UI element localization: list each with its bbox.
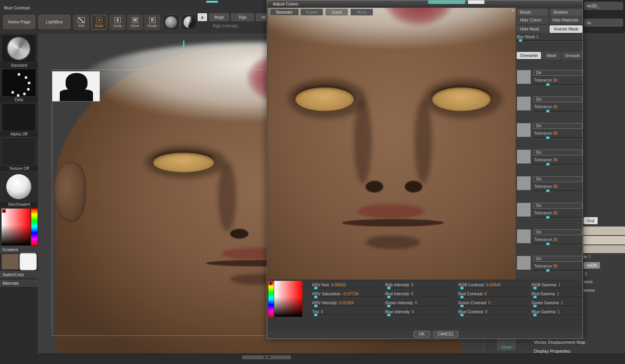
hide-materials-button[interactable]: Hide Materials bbox=[550, 17, 582, 23]
brush-preview-button[interactable] bbox=[162, 14, 180, 30]
rgb-contrast-slider[interactable] bbox=[458, 288, 528, 289]
green-gamma-slider[interactable] bbox=[532, 306, 582, 307]
switchcolor-button[interactable]: SwitchColor bbox=[0, 271, 38, 278]
secondary-color-swatch[interactable] bbox=[20, 253, 37, 270]
rotate-button[interactable]: R Rotate bbox=[145, 15, 160, 30]
blue-contrast-slider[interactable] bbox=[458, 315, 528, 316]
tolerance-slider[interactable] bbox=[533, 137, 582, 139]
scale-button[interactable]: S Scale bbox=[110, 15, 125, 30]
inverse-mask-button[interactable]: Inverse Mask bbox=[550, 25, 582, 33]
color-swatch[interactable] bbox=[517, 176, 531, 190]
lightbox-button[interactable]: LightBox bbox=[38, 15, 70, 29]
mrgb-button[interactable]: Mrgb bbox=[209, 13, 229, 21]
blur-mask-slider[interactable] bbox=[517, 40, 582, 41]
ok-button[interactable]: OK bbox=[414, 331, 430, 337]
zoom-button[interactable]: Zoom bbox=[325, 9, 348, 16]
tolerance-slider[interactable] bbox=[533, 217, 582, 218]
hsv-saturation-slider[interactable] bbox=[312, 297, 382, 298]
a-mode-button[interactable]: A bbox=[198, 13, 207, 21]
clipped-subtool-item[interactable]: ne3D_ bbox=[584, 2, 623, 10]
red-intensity-slider[interactable] bbox=[385, 297, 452, 298]
mask-preview-thumbnail[interactable] bbox=[52, 71, 100, 102]
dialog-color-picker[interactable] bbox=[268, 281, 303, 317]
current-color-swatch[interactable] bbox=[269, 281, 273, 285]
restore-button[interactable]: Restore bbox=[550, 9, 582, 16]
mask-button[interactable]: Mask bbox=[543, 52, 561, 59]
on-button[interactable]: On bbox=[533, 123, 582, 129]
frame-button[interactable]: Frame bbox=[300, 9, 323, 16]
clipped-grd-button[interactable]: Grd bbox=[584, 217, 598, 224]
on-button[interactable]: On bbox=[533, 70, 582, 76]
menu-item-vector-displacement-map[interactable]: Vector Displacement Map bbox=[534, 340, 585, 344]
saturation-square[interactable] bbox=[2, 209, 30, 245]
clipped-beige-row[interactable] bbox=[583, 245, 625, 253]
texture-thumbnail[interactable] bbox=[2, 137, 36, 166]
cancel-button[interactable]: CANCEL bbox=[433, 331, 458, 337]
tolerance-slider[interactable] bbox=[533, 164, 582, 165]
color-swatch[interactable] bbox=[517, 150, 531, 164]
overwrite-button[interactable]: Overwrite bbox=[517, 52, 541, 59]
green-contrast-slider[interactable] bbox=[458, 306, 528, 307]
edit-button[interactable]: Edit bbox=[73, 15, 89, 30]
color-swatch[interactable] bbox=[517, 229, 531, 243]
menu-item-display-properties[interactable]: Display Properties bbox=[534, 349, 570, 353]
hue-strip[interactable] bbox=[268, 281, 274, 317]
expand-icon[interactable]: + bbox=[512, 8, 514, 12]
clipped-beige-row[interactable] bbox=[583, 227, 625, 235]
scroll-left-icon[interactable]: ◀ bbox=[263, 355, 266, 359]
red-contrast-slider[interactable] bbox=[458, 297, 528, 298]
on-button[interactable]: On bbox=[533, 256, 582, 262]
alpha-thumbnail[interactable] bbox=[2, 103, 36, 131]
draw-button[interactable]: Draw bbox=[91, 15, 107, 30]
tolerance-slider[interactable] bbox=[533, 191, 582, 192]
color-picker[interactable] bbox=[2, 209, 38, 245]
material-preview-button[interactable] bbox=[181, 14, 198, 30]
on-button[interactable]: On bbox=[533, 150, 582, 155]
gradient-button[interactable]: Gradient bbox=[0, 246, 38, 253]
blue-intensity-slider[interactable] bbox=[385, 315, 452, 316]
recenter-button[interactable]: Recenter bbox=[270, 9, 299, 16]
color-swatch[interactable] bbox=[517, 203, 531, 217]
unmask-button[interactable]: Unmask bbox=[562, 52, 582, 59]
material-thumbnail[interactable] bbox=[2, 172, 36, 202]
on-button[interactable]: On bbox=[533, 203, 582, 209]
reset-button[interactable]: Reset bbox=[517, 9, 548, 16]
scroll-right-icon[interactable]: ▶ bbox=[268, 355, 271, 359]
color-swatch[interactable] bbox=[517, 256, 531, 270]
on-button[interactable]: On bbox=[533, 176, 582, 182]
clipped-nvdir-button[interactable]: nvDir bbox=[584, 262, 600, 269]
on-button[interactable]: On bbox=[533, 96, 582, 102]
color-swatch[interactable] bbox=[517, 70, 531, 84]
tint-slider[interactable] bbox=[312, 315, 382, 316]
alternate-button[interactable]: Alternate bbox=[0, 280, 38, 287]
tolerance-slider[interactable] bbox=[533, 270, 582, 271]
saturation-square[interactable] bbox=[274, 281, 302, 317]
red-gamma-slider[interactable] bbox=[532, 297, 582, 298]
home-page-button[interactable]: Home Page bbox=[3, 15, 35, 29]
color-preview-viewport[interactable]: Recenter Frame Zoom Move + bbox=[268, 8, 516, 280]
on-button[interactable]: On bbox=[533, 229, 582, 235]
rgb-gamma-slider[interactable] bbox=[532, 288, 582, 289]
main-color-swatch[interactable] bbox=[2, 254, 19, 269]
timeline-cursor[interactable] bbox=[183, 41, 184, 52]
clipped-beige-row[interactable] bbox=[583, 236, 625, 244]
move-preview-button[interactable]: Move bbox=[350, 9, 373, 16]
brush-thumbnail[interactable] bbox=[2, 34, 36, 62]
tolerance-slider[interactable] bbox=[533, 111, 582, 112]
move-button[interactable]: M Move bbox=[127, 15, 143, 30]
tolerance-slider[interactable] bbox=[533, 244, 582, 245]
dialog-title[interactable]: Adjust Colors bbox=[267, 0, 582, 7]
tolerance-slider[interactable] bbox=[533, 84, 582, 86]
rgb-button[interactable]: Rgb bbox=[231, 13, 254, 21]
hue-strip[interactable] bbox=[31, 209, 38, 245]
color-swatch[interactable] bbox=[517, 123, 531, 137]
hsv-hue-slider[interactable] bbox=[312, 288, 382, 289]
current-color-swatch[interactable] bbox=[2, 209, 6, 213]
clipped-subtool-item[interactable]: vs bbox=[584, 19, 623, 27]
hsv-intensity-slider[interactable] bbox=[312, 306, 382, 307]
green-intensity-slider[interactable] bbox=[385, 306, 452, 307]
stroke-thumbnail[interactable] bbox=[2, 69, 36, 97]
blue-gamma-slider[interactable] bbox=[532, 315, 582, 316]
horizontal-scrollbar[interactable] bbox=[242, 355, 291, 359]
rgb-intensity-slider[interactable] bbox=[385, 288, 452, 289]
